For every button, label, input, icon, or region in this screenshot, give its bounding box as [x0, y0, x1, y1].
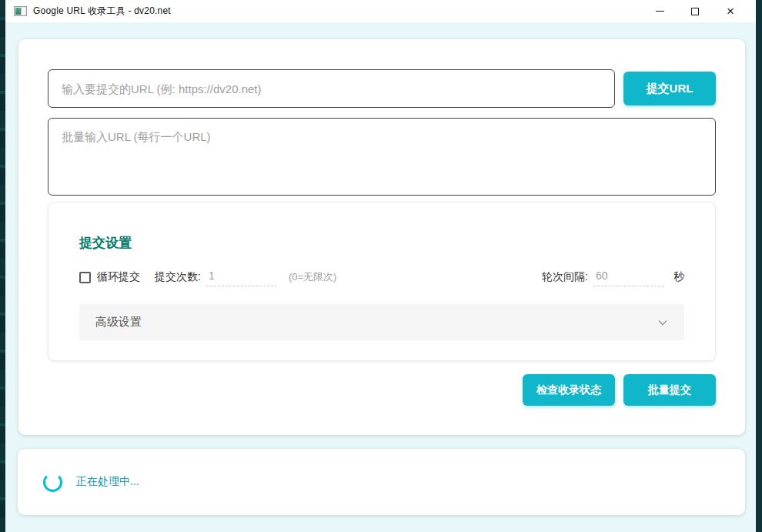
- loading-spinner-icon: [43, 473, 62, 492]
- advanced-settings-toggle[interactable]: 高级设置: [79, 304, 684, 340]
- actions-row: 检查收录状态 批量提交: [48, 374, 716, 406]
- close-button[interactable]: ×: [713, 0, 748, 22]
- settings-heading: 提交设置: [79, 234, 684, 252]
- app-window-icon: [14, 6, 27, 16]
- submit-settings-panel: 提交设置 循环提交 提交次数: (0=无限次) 轮次间隔: 秒 高级设置: [48, 202, 716, 361]
- desktop-background: Google URL 收录工具 - dv20.net × 提交URL 提交设置: [0, 0, 762, 532]
- loop-submit-checkbox[interactable]: [79, 272, 91, 283]
- chevron-down-icon: [657, 317, 668, 328]
- main-panel: 提交URL 提交设置 循环提交 提交次数: (0=无限次) 轮次间隔: 秒: [18, 39, 745, 435]
- title-bar: Google URL 收录工具 - dv20.net ×: [5, 0, 756, 22]
- loop-submit-label: 循环提交: [97, 270, 140, 284]
- interval-label: 轮次间隔:: [542, 270, 588, 284]
- close-icon: ×: [727, 5, 734, 18]
- app-body: 提交URL 提交设置 循环提交 提交次数: (0=无限次) 轮次间隔: 秒: [5, 22, 756, 532]
- single-url-row: 提交URL: [48, 69, 716, 108]
- app-window: Google URL 收录工具 - dv20.net × 提交URL 提交设置: [5, 0, 756, 532]
- interval-unit-label: 秒: [673, 270, 684, 284]
- window-controls: ×: [642, 0, 748, 22]
- submit-count-label: 提交次数:: [155, 270, 201, 284]
- submit-url-button[interactable]: 提交URL: [623, 72, 716, 105]
- batch-submit-button[interactable]: 批量提交: [623, 374, 716, 406]
- check-index-status-button[interactable]: 检查收录状态: [523, 374, 615, 406]
- settings-controls-row: 循环提交 提交次数: (0=无限次) 轮次间隔: 秒: [79, 268, 684, 286]
- processing-status-text: 正在处理中...: [76, 475, 139, 489]
- interval-input[interactable]: [593, 268, 664, 286]
- advanced-settings-label: 高级设置: [95, 315, 142, 330]
- window-title: Google URL 收录工具 - dv20.net: [33, 5, 171, 18]
- minimize-icon: [656, 11, 664, 12]
- status-panel: 正在处理中...: [18, 449, 745, 515]
- maximize-icon: [691, 8, 699, 15]
- url-input[interactable]: [48, 69, 615, 108]
- submit-count-input[interactable]: [206, 268, 277, 286]
- maximize-button[interactable]: [677, 0, 713, 22]
- minimize-button[interactable]: [642, 0, 677, 22]
- submit-count-hint: (0=无限次): [289, 270, 336, 284]
- batch-url-textarea[interactable]: [48, 118, 716, 196]
